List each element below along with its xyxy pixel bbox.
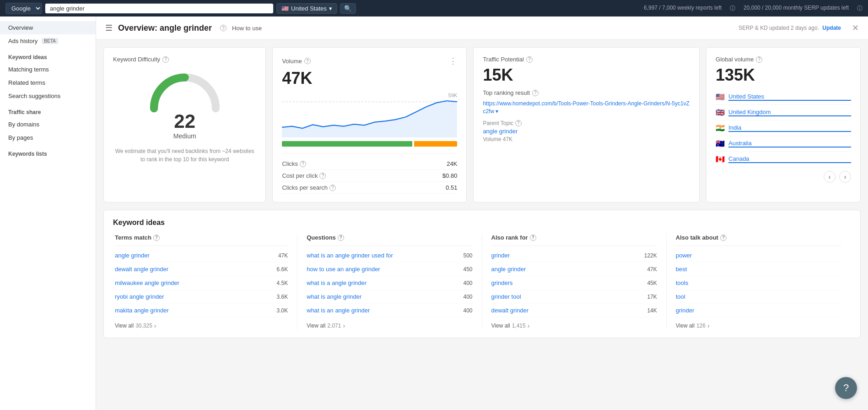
- idea-link[interactable]: makita angle grinder: [115, 307, 169, 314]
- kd-help-icon[interactable]: ?: [162, 56, 169, 63]
- also-rank-for-help-icon[interactable]: ?: [530, 235, 536, 241]
- topbar: Google 🇺🇸 United States ▾ 🔍 6,997 / 7,00…: [0, 0, 868, 16]
- col-header-questions: Questions ?: [307, 234, 472, 246]
- view-all-count: 126: [696, 323, 706, 329]
- gv-title-label: Global volume: [716, 56, 754, 63]
- tp-volume-label: Volume 47K: [483, 136, 690, 142]
- parent-topic-link[interactable]: angle grinder: [483, 128, 690, 135]
- idea-link[interactable]: ryobi angle grinder: [115, 293, 164, 300]
- expand-icon: ▾: [496, 108, 498, 115]
- clicks-help-icon[interactable]: ?: [300, 161, 306, 167]
- by-domains-label: By domains: [8, 121, 39, 128]
- update-status: SERP & KD updated 2 days ago. Update: [739, 25, 841, 31]
- sidebar-item-ads-history[interactable]: Ads history BETA: [0, 34, 96, 48]
- idea-link[interactable]: power: [676, 252, 692, 259]
- view-all-also-talk-about[interactable]: View all 126 ›: [676, 322, 842, 329]
- cpc-label: Cost per click ?: [282, 172, 326, 179]
- ideas-col-also-talk-about: Also talk about ? power best tools tool: [667, 234, 851, 329]
- questions-help-icon[interactable]: ?: [338, 235, 344, 241]
- terms-match-help-icon[interactable]: ?: [153, 235, 160, 241]
- ideas-col-questions: Questions ? what is an angle grinder use…: [297, 234, 482, 329]
- kd-desc: We estimate that you'll need backlinks f…: [113, 147, 256, 164]
- idea-link[interactable]: grinders: [491, 279, 513, 286]
- cpc-help-icon[interactable]: ?: [319, 173, 326, 179]
- parent-topic-help-icon[interactable]: ?: [515, 120, 522, 126]
- sidebar-item-search-suggestions[interactable]: Search suggestions: [0, 89, 96, 103]
- idea-link[interactable]: how to use an angle grinder: [307, 266, 380, 273]
- volume-more-icon[interactable]: ⋮: [449, 56, 457, 66]
- keyword-difficulty-card: Keyword Difficulty ? 22 Medium: [103, 47, 266, 202]
- sidebar-item-matching-terms[interactable]: Matching terms: [0, 63, 96, 76]
- idea-link[interactable]: grinder tool: [491, 293, 521, 300]
- gv-next-button[interactable]: ›: [839, 171, 851, 183]
- idea-link[interactable]: tool: [676, 293, 685, 300]
- idea-count: 400: [463, 280, 472, 286]
- country-selector[interactable]: 🇺🇸 United States ▾: [276, 3, 337, 14]
- gv-help-icon[interactable]: ?: [756, 56, 762, 63]
- idea-link[interactable]: tools: [676, 279, 688, 286]
- how-to-use-link[interactable]: How to use: [232, 25, 262, 32]
- idea-link[interactable]: what is angle grinder: [307, 293, 361, 300]
- help-bubble-button[interactable]: ?: [835, 377, 857, 399]
- view-all-terms-match[interactable]: View all 30,325 ›: [115, 322, 288, 329]
- volume-card-title: Volume ? ⋮: [282, 56, 457, 66]
- gv-australia-label[interactable]: Australia: [728, 140, 851, 148]
- sidebar-item-by-domains[interactable]: By domains: [0, 118, 96, 131]
- idea-row: best: [676, 262, 842, 276]
- weekly-reports-stat: 6,997 / 7,000 weekly reports left: [644, 5, 722, 12]
- uk-flag: 🇬🇧: [716, 108, 725, 117]
- idea-row: tool: [676, 290, 842, 304]
- engine-select[interactable]: Google: [5, 3, 42, 14]
- gv-country-us: 🇺🇸 United States: [716, 89, 851, 105]
- idea-link[interactable]: grinder: [676, 307, 694, 314]
- also-talk-about-help-icon[interactable]: ?: [720, 235, 727, 241]
- update-link[interactable]: Update: [822, 25, 841, 31]
- idea-count: 400: [463, 294, 472, 300]
- top-ranking-help-icon[interactable]: ?: [532, 90, 539, 96]
- view-all-label: View all: [307, 323, 325, 329]
- view-all-label: View all: [115, 323, 134, 329]
- idea-count: 45K: [647, 280, 657, 286]
- view-all-count: 1,415: [512, 323, 526, 329]
- volume-help-icon[interactable]: ?: [304, 58, 311, 64]
- idea-row: grinder tool 17K: [491, 290, 657, 304]
- cpc-value: $0.80: [442, 172, 458, 179]
- page-help-icon[interactable]: ?: [220, 25, 226, 31]
- search-button[interactable]: 🔍: [340, 3, 356, 14]
- gv-uk-label[interactable]: United Kingdom: [728, 109, 851, 116]
- view-all-also-rank-for[interactable]: View all 1,415 ›: [491, 322, 657, 329]
- ads-history-label: Ads history: [8, 38, 38, 44]
- sidebar-item-related-terms[interactable]: Related terms: [0, 76, 96, 89]
- idea-link[interactable]: dewalt angle grinder: [115, 266, 168, 273]
- sidebar-item-overview[interactable]: Overview: [0, 21, 96, 34]
- idea-link[interactable]: what is a angle grinder: [307, 279, 367, 286]
- gv-us-label[interactable]: United States: [728, 93, 851, 101]
- top-ranking-url[interactable]: https://www.homedepot.com/b/Tools-Power-…: [483, 100, 690, 115]
- idea-link[interactable]: angle grinder: [491, 266, 526, 273]
- view-all-questions[interactable]: View all 2,071 ›: [307, 322, 472, 329]
- questions-header: Questions: [307, 234, 336, 241]
- idea-link[interactable]: angle grinder: [115, 252, 150, 259]
- chart-y-max: 59K: [448, 93, 458, 98]
- tp-title-label: Traffic Potential: [483, 56, 524, 63]
- idea-link[interactable]: what is an angle grinder: [307, 307, 370, 314]
- idea-count: 500: [463, 252, 472, 259]
- idea-link[interactable]: grinder: [491, 252, 510, 259]
- idea-link[interactable]: dewalt grinder: [491, 307, 529, 314]
- idea-row: what is angle grinder 400: [307, 290, 472, 304]
- sidebar-item-by-pages[interactable]: By pages: [0, 131, 96, 144]
- menu-icon[interactable]: ☰: [105, 23, 113, 33]
- gv-india-label[interactable]: India: [728, 124, 851, 132]
- gv-canada-label[interactable]: Canada: [728, 155, 851, 163]
- keyword-input[interactable]: [45, 3, 274, 14]
- gv-prev-button[interactable]: ‹: [824, 171, 836, 183]
- volume-metrics: Clicks ? 24K Cost per click ? $0.80: [282, 153, 457, 194]
- idea-link[interactable]: what is an angle grinder used for: [307, 252, 393, 259]
- close-icon[interactable]: ✕: [852, 23, 859, 33]
- idea-link[interactable]: best: [676, 266, 687, 273]
- view-all-count: 30,325: [135, 323, 152, 329]
- idea-link[interactable]: milwaukee angle grinder: [115, 279, 179, 286]
- tp-help-icon[interactable]: ?: [526, 56, 533, 63]
- cps-help-icon[interactable]: ?: [329, 185, 336, 191]
- clicks-label: Clicks ?: [282, 160, 306, 167]
